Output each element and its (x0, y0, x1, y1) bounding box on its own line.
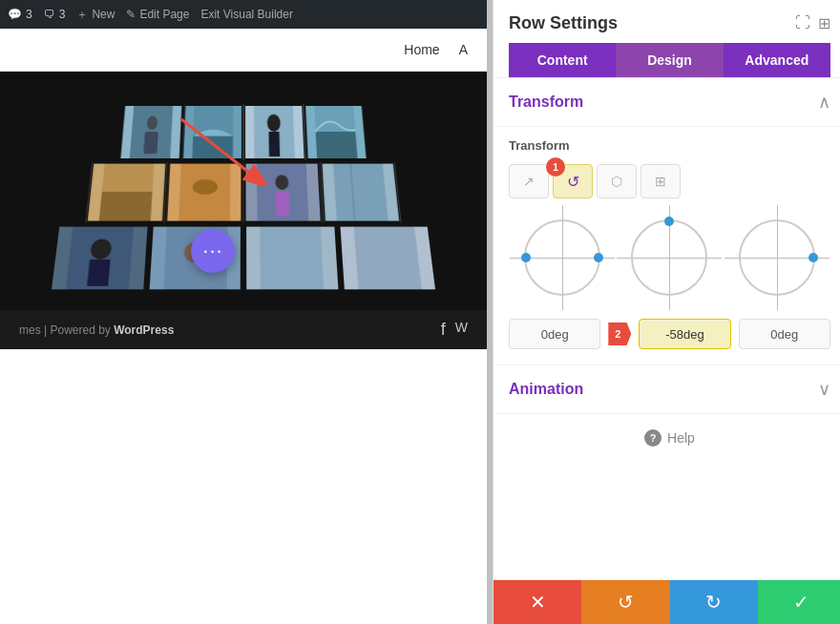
dot-left (521, 253, 531, 262)
help-icon: ? (644, 429, 662, 447)
facebook-icon: f (441, 320, 446, 340)
undo-button[interactable]: ↺ (581, 580, 669, 624)
svg-rect-27 (353, 227, 421, 290)
edit-page-button[interactable]: ✎ Edit Page (126, 8, 189, 21)
y-rotate-input[interactable]: -58deg (639, 319, 730, 349)
top-bar: 💬 3 🗨 3 ＋ New ✎ Edit Page Exit Visual Bu… (0, 0, 487, 29)
transform-icons-row: ↗ 1 ↺ ⬡ ⊞ (494, 158, 840, 204)
svg-rect-18 (276, 192, 290, 216)
comments-item[interactable]: 🗨 3 (44, 8, 66, 21)
dot-top (664, 217, 674, 226)
panel-body: Transform ∧ Transform ↗ 1 ↺ ⬡ ⊞ (494, 78, 840, 580)
cancel-icon: ✕ (530, 591, 546, 614)
animation-section-title: Animation (509, 381, 583, 398)
right-panel: Row Settings ⛶ ⊞ Content Design Advanced… (493, 0, 840, 624)
cancel-button[interactable]: ✕ (494, 580, 581, 624)
dot-right-z (808, 253, 818, 262)
svg-line-1 (181, 119, 248, 172)
bubble-count: 3 (26, 8, 32, 21)
nav-home[interactable]: Home (404, 42, 439, 57)
animation-section: Animation ∨ (494, 364, 840, 414)
comment-count: 3 (59, 8, 66, 21)
notifications-item[interactable]: 💬 3 (8, 8, 32, 21)
image-grid (0, 72, 487, 310)
edit-page-label: Edit Page (139, 8, 189, 21)
transform-label: Transform (494, 127, 840, 158)
comment-icon: 🗨 (44, 8, 55, 21)
rotate-tool-button[interactable]: 1 ↺ (553, 164, 593, 198)
redo-button[interactable]: ↻ (670, 580, 758, 624)
rotate-icon: ↺ (567, 173, 579, 191)
step-badge-2-container: 2 (608, 322, 631, 345)
z-rotate-input[interactable]: 0deg (739, 319, 830, 349)
value-inputs-row: 0deg 2 -58deg 0deg (494, 311, 840, 364)
step-badge-1: 1 (546, 157, 565, 177)
panel-header-icons: ⛶ ⊞ (795, 14, 830, 32)
transform-section-header[interactable]: Transform ∧ (494, 78, 840, 127)
help-row[interactable]: ? Help (494, 414, 840, 462)
svg-rect-19 (333, 164, 388, 221)
dot-right (594, 253, 603, 262)
move-tool-button[interactable]: ↗ (509, 164, 549, 198)
animation-section-header[interactable]: Animation ∨ (494, 365, 840, 414)
bubble-icon: 💬 (8, 8, 22, 21)
tab-content[interactable]: Content (509, 43, 616, 77)
z-axis-control[interactable] (739, 219, 815, 296)
step-badge-2: 2 (608, 322, 631, 345)
new-button[interactable]: ＋ New (76, 7, 115, 23)
footer-icons: f W (441, 320, 468, 340)
svg-rect-4 (143, 132, 158, 154)
svg-rect-13 (99, 192, 153, 221)
dots-icon: ··· (202, 239, 222, 263)
page-footer: mes | Powered by WordPress f W (0, 310, 487, 349)
y-axis-control[interactable] (631, 219, 707, 296)
floating-menu-button[interactable]: ··· (191, 229, 235, 273)
expand-icon[interactable]: ∨ (818, 379, 830, 400)
nav-bar: Home A (0, 29, 487, 72)
collapse-icon[interactable]: ∧ (818, 92, 830, 113)
x-axis-control[interactable] (524, 219, 600, 296)
plus-icon: ＋ (76, 7, 88, 23)
svg-rect-11 (315, 132, 357, 158)
panel-title: Row Settings (509, 13, 618, 33)
svg-rect-23 (87, 260, 111, 286)
footer-text: mes | Powered by WordPress (19, 323, 174, 337)
transform-section-title: Transform (509, 94, 583, 111)
move-icon: ↗ (523, 174, 535, 189)
tab-design[interactable]: Design (616, 43, 723, 77)
redo-icon: ↻ (705, 591, 722, 614)
pencil-icon: ✎ (126, 8, 136, 21)
save-icon: ✓ (793, 591, 809, 614)
left-panel: 💬 3 🗨 3 ＋ New ✎ Edit Page Exit Visual Bu… (0, 0, 487, 624)
grid-icon[interactable]: ⊞ (818, 14, 830, 32)
canvas-area: mes | Powered by WordPress f W ··· (0, 72, 487, 349)
tab-advanced[interactable]: Advanced (724, 43, 830, 77)
panel-header: Row Settings ⛶ ⊞ Content Design Advanced (494, 0, 840, 78)
exit-label: Exit Visual Builder (200, 8, 293, 21)
panel-tabs: Content Design Advanced (509, 43, 830, 77)
wordpress-icon: W (455, 320, 468, 340)
help-label: Help (667, 430, 695, 446)
red-arrow-annotation (162, 110, 277, 186)
svg-rect-26 (260, 227, 324, 290)
skew-icon: ⬡ (611, 174, 622, 189)
scale-tool-button[interactable]: ⊞ (640, 164, 681, 198)
scale-icon: ⊞ (655, 174, 666, 189)
undo-icon: ↺ (618, 591, 634, 614)
exit-builder-button[interactable]: Exit Visual Builder (200, 8, 293, 21)
new-label: New (92, 8, 115, 21)
fullscreen-icon[interactable]: ⛶ (795, 14, 810, 32)
nav-a[interactable]: A (459, 42, 468, 57)
skew-tool-button[interactable]: ⬡ (597, 164, 637, 198)
x-rotate-input[interactable]: 0deg (509, 319, 600, 349)
save-button[interactable]: ✓ (758, 580, 840, 624)
rotation-diagrams (494, 204, 840, 311)
transform-section: Transform ∧ Transform ↗ 1 ↺ ⬡ ⊞ (494, 78, 840, 364)
bottom-action-bar: ✕ ↺ ↻ ✓ (494, 580, 840, 624)
